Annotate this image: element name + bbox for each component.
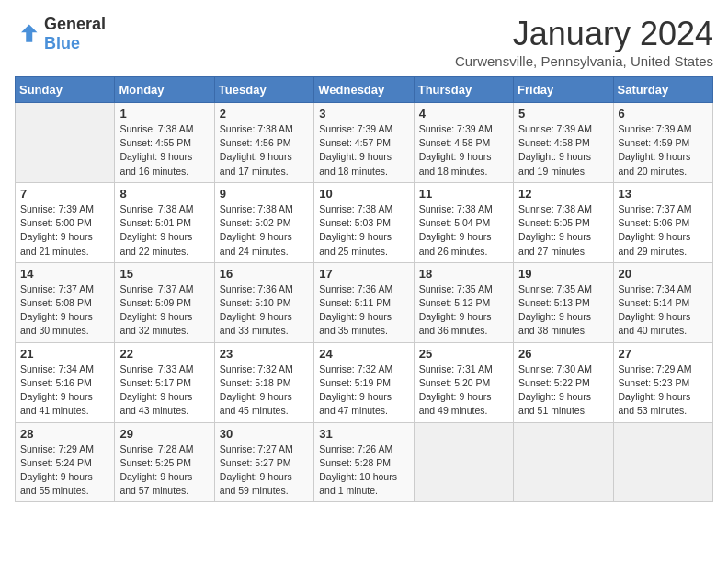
calendar-week-row: 1Sunrise: 7:38 AM Sunset: 4:55 PM Daylig… — [16, 103, 713, 183]
title-block: January 2024 Curwensville, Pennsylvania,… — [455, 15, 713, 69]
day-info: Sunrise: 7:33 AM Sunset: 5:17 PM Dayligh… — [119, 362, 209, 419]
calendar-week-row: 14Sunrise: 7:37 AM Sunset: 5:08 PM Dayli… — [16, 262, 713, 342]
day-number: 16 — [220, 267, 309, 281]
calendar-cell: 20Sunrise: 7:34 AM Sunset: 5:14 PM Dayli… — [613, 262, 712, 342]
calendar-cell: 14Sunrise: 7:37 AM Sunset: 5:08 PM Dayli… — [16, 262, 115, 342]
day-number: 14 — [20, 267, 109, 281]
calendar-cell: 12Sunrise: 7:38 AM Sunset: 5:05 PM Dayli… — [514, 182, 613, 262]
logo-blue: Blue — [44, 34, 80, 52]
calendar-cell: 13Sunrise: 7:37 AM Sunset: 5:06 PM Dayli… — [613, 182, 712, 262]
day-number: 19 — [518, 267, 608, 281]
day-info: Sunrise: 7:39 AM Sunset: 4:58 PM Dayligh… — [518, 122, 608, 178]
day-info: Sunrise: 7:32 AM Sunset: 5:18 PM Dayligh… — [220, 362, 309, 419]
day-info: Sunrise: 7:36 AM Sunset: 5:10 PM Dayligh… — [220, 282, 309, 339]
calendar-header-saturday: Saturday — [613, 77, 712, 103]
day-number: 8 — [119, 187, 209, 201]
day-info: Sunrise: 7:34 AM Sunset: 5:16 PM Dayligh… — [20, 362, 109, 419]
day-info: Sunrise: 7:35 AM Sunset: 5:12 PM Dayligh… — [419, 282, 508, 339]
logo-icon — [15, 21, 40, 47]
day-number: 6 — [619, 107, 708, 121]
day-number: 23 — [220, 347, 309, 361]
calendar-cell: 15Sunrise: 7:37 AM Sunset: 5:09 PM Dayli… — [115, 262, 214, 342]
calendar-header-thursday: Thursday — [414, 77, 513, 103]
calendar-header-row: SundayMondayTuesdayWednesdayThursdayFrid… — [16, 77, 713, 103]
calendar-header-sunday: Sunday — [16, 77, 115, 103]
day-number: 20 — [619, 267, 708, 281]
calendar-cell: 10Sunrise: 7:38 AM Sunset: 5:03 PM Dayli… — [314, 182, 414, 262]
day-info: Sunrise: 7:38 AM Sunset: 5:05 PM Dayligh… — [518, 202, 608, 259]
day-info: Sunrise: 7:31 AM Sunset: 5:20 PM Dayligh… — [419, 362, 508, 419]
calendar-cell: 11Sunrise: 7:38 AM Sunset: 5:04 PM Dayli… — [414, 182, 513, 262]
calendar-cell: 31Sunrise: 7:26 AM Sunset: 5:28 PM Dayli… — [314, 422, 414, 502]
day-info: Sunrise: 7:29 AM Sunset: 5:24 PM Dayligh… — [20, 442, 109, 499]
day-info: Sunrise: 7:37 AM Sunset: 5:09 PM Dayligh… — [119, 282, 209, 339]
calendar-header-friday: Friday — [514, 77, 613, 103]
day-info: Sunrise: 7:39 AM Sunset: 4:59 PM Dayligh… — [619, 122, 708, 178]
calendar-table: SundayMondayTuesdayWednesdayThursdayFrid… — [15, 76, 713, 502]
day-number: 28 — [20, 427, 109, 441]
day-number: 13 — [619, 187, 708, 201]
day-info: Sunrise: 7:32 AM Sunset: 5:19 PM Dayligh… — [319, 362, 408, 419]
calendar-cell: 28Sunrise: 7:29 AM Sunset: 5:24 PM Dayli… — [16, 422, 115, 502]
day-number: 26 — [518, 347, 608, 361]
day-info: Sunrise: 7:39 AM Sunset: 4:57 PM Dayligh… — [319, 122, 408, 178]
calendar-cell: 18Sunrise: 7:35 AM Sunset: 5:12 PM Dayli… — [414, 262, 513, 342]
calendar-cell: 22Sunrise: 7:33 AM Sunset: 5:17 PM Dayli… — [115, 342, 214, 422]
calendar-header-wednesday: Wednesday — [314, 77, 414, 103]
location: Curwensville, Pennsylvania, United State… — [455, 53, 713, 69]
day-number: 18 — [419, 267, 508, 281]
calendar-cell: 26Sunrise: 7:30 AM Sunset: 5:22 PM Dayli… — [514, 342, 613, 422]
calendar-cell: 1Sunrise: 7:38 AM Sunset: 4:55 PM Daylig… — [115, 103, 214, 183]
calendar-cell — [16, 103, 115, 183]
calendar-cell: 7Sunrise: 7:39 AM Sunset: 5:00 PM Daylig… — [16, 182, 115, 262]
calendar-cell: 4Sunrise: 7:39 AM Sunset: 4:58 PM Daylig… — [414, 103, 513, 183]
calendar-cell: 25Sunrise: 7:31 AM Sunset: 5:20 PM Dayli… — [414, 342, 513, 422]
calendar-cell: 8Sunrise: 7:38 AM Sunset: 5:01 PM Daylig… — [115, 182, 214, 262]
calendar-cell: 9Sunrise: 7:38 AM Sunset: 5:02 PM Daylig… — [214, 182, 313, 262]
day-number: 11 — [419, 187, 508, 201]
day-info: Sunrise: 7:26 AM Sunset: 5:28 PM Dayligh… — [319, 442, 408, 499]
day-number: 15 — [119, 267, 209, 281]
calendar-cell: 5Sunrise: 7:39 AM Sunset: 4:58 PM Daylig… — [514, 103, 613, 183]
day-number: 17 — [319, 267, 408, 281]
page-header: General Blue January 2024 Curwensville, … — [15, 15, 713, 69]
svg-marker-0 — [21, 25, 38, 42]
day-info: Sunrise: 7:36 AM Sunset: 5:11 PM Dayligh… — [319, 282, 408, 339]
day-number: 7 — [20, 187, 109, 201]
logo-general: General — [44, 15, 106, 33]
calendar-week-row: 21Sunrise: 7:34 AM Sunset: 5:16 PM Dayli… — [16, 342, 713, 422]
calendar-cell: 29Sunrise: 7:28 AM Sunset: 5:25 PM Dayli… — [115, 422, 214, 502]
day-info: Sunrise: 7:35 AM Sunset: 5:13 PM Dayligh… — [518, 282, 608, 339]
day-number: 3 — [319, 107, 408, 121]
logo: General Blue — [15, 15, 106, 53]
calendar-cell: 24Sunrise: 7:32 AM Sunset: 5:19 PM Dayli… — [314, 342, 414, 422]
day-info: Sunrise: 7:38 AM Sunset: 5:03 PM Dayligh… — [319, 202, 408, 259]
calendar-cell: 23Sunrise: 7:32 AM Sunset: 5:18 PM Dayli… — [214, 342, 313, 422]
calendar-cell — [514, 422, 613, 502]
day-info: Sunrise: 7:38 AM Sunset: 4:55 PM Dayligh… — [119, 122, 209, 178]
day-info: Sunrise: 7:34 AM Sunset: 5:14 PM Dayligh… — [619, 282, 708, 339]
day-number: 21 — [20, 347, 109, 361]
day-info: Sunrise: 7:29 AM Sunset: 5:23 PM Dayligh… — [619, 362, 708, 419]
day-number: 10 — [319, 187, 408, 201]
calendar-cell: 17Sunrise: 7:36 AM Sunset: 5:11 PM Dayli… — [314, 262, 414, 342]
day-number: 22 — [119, 347, 209, 361]
calendar-cell: 21Sunrise: 7:34 AM Sunset: 5:16 PM Dayli… — [16, 342, 115, 422]
day-info: Sunrise: 7:38 AM Sunset: 5:01 PM Dayligh… — [119, 202, 209, 259]
day-info: Sunrise: 7:30 AM Sunset: 5:22 PM Dayligh… — [518, 362, 608, 419]
calendar-week-row: 28Sunrise: 7:29 AM Sunset: 5:24 PM Dayli… — [16, 422, 713, 502]
day-number: 24 — [319, 347, 408, 361]
day-number: 2 — [220, 107, 309, 121]
day-number: 9 — [220, 187, 309, 201]
day-info: Sunrise: 7:37 AM Sunset: 5:06 PM Dayligh… — [619, 202, 708, 259]
day-number: 27 — [619, 347, 708, 361]
day-number: 29 — [119, 427, 209, 441]
calendar-header-monday: Monday — [115, 77, 214, 103]
calendar-cell: 3Sunrise: 7:39 AM Sunset: 4:57 PM Daylig… — [314, 103, 414, 183]
calendar-cell — [414, 422, 513, 502]
calendar-cell: 6Sunrise: 7:39 AM Sunset: 4:59 PM Daylig… — [613, 103, 712, 183]
day-info: Sunrise: 7:28 AM Sunset: 5:25 PM Dayligh… — [119, 442, 209, 499]
day-number: 4 — [419, 107, 508, 121]
day-number: 25 — [419, 347, 508, 361]
day-info: Sunrise: 7:27 AM Sunset: 5:27 PM Dayligh… — [220, 442, 309, 499]
